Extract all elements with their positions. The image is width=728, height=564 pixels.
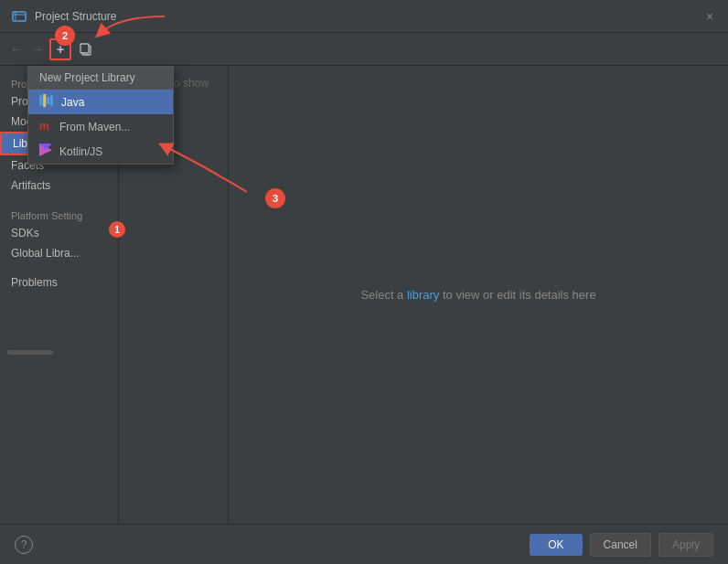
content-area: Nothing to show Select a library to view…	[119, 66, 728, 524]
bottom-right: OK Cancel Apply	[530, 533, 713, 557]
dropdown-item-kotlin-label: Kotlin/JS	[59, 145, 102, 158]
nav-back-button[interactable]: ←	[7, 42, 25, 56]
title-bar: Project Structure ×	[0, 0, 728, 33]
app-icon	[11, 8, 27, 25]
annotation-2: 2	[55, 26, 75, 46]
cancel-button[interactable]: Cancel	[590, 533, 651, 557]
dropdown-item-java-label: Java	[61, 96, 84, 109]
dropdown-menu: New Project Library Java m	[27, 66, 174, 165]
toolbar: ← → + 2 New Project Library	[0, 33, 728, 66]
maven-icon: m	[39, 119, 52, 134]
svg-rect-6	[43, 94, 46, 107]
svg-rect-8	[50, 96, 53, 106]
dropdown-item-maven-label: From Maven...	[59, 121, 130, 133]
svg-rect-4	[80, 44, 89, 53]
annotation-1: 1	[109, 221, 125, 238]
help-button[interactable]: ?	[15, 536, 33, 554]
detail-placeholder-text: Select a library to view or edit its det…	[360, 288, 595, 302]
dropdown-item-maven[interactable]: m From Maven...	[28, 114, 173, 139]
detail-panel: Select a library to view or edit its det…	[229, 66, 728, 524]
sidebar-item-global-libs[interactable]: Global Libra...	[0, 243, 118, 263]
annotation-3: 3	[265, 188, 285, 208]
kotlin-icon	[39, 144, 52, 159]
java-icon	[39, 94, 54, 110]
svg-text:m: m	[39, 120, 49, 132]
svg-rect-7	[47, 97, 49, 104]
close-button[interactable]: ×	[701, 7, 719, 26]
sidebar-item-artifacts[interactable]: Artifacts	[0, 176, 118, 196]
copy-button[interactable]	[75, 38, 97, 60]
sidebar-divider	[0, 196, 118, 205]
dropdown-header: New Project Library	[28, 67, 173, 90]
platform-settings-label: Platform Setting	[0, 205, 118, 223]
svg-rect-5	[39, 96, 42, 106]
svg-rect-0	[13, 12, 26, 21]
bottom-left: ?	[15, 536, 33, 554]
ok-button[interactable]: OK	[530, 534, 582, 556]
dropdown-item-kotlin[interactable]: Kotlin/JS	[28, 139, 173, 164]
sidebar-item-sdks[interactable]: SDKs 1	[0, 223, 118, 243]
scrollbar-thumb[interactable]	[7, 350, 53, 355]
window-title: Project Structure	[35, 10, 717, 23]
dropdown-item-java[interactable]: Java	[28, 90, 173, 114]
bottom-bar: ? OK Cancel Apply	[0, 524, 728, 564]
library-link[interactable]: library	[407, 288, 439, 302]
main-container: ← → + 2 New Project Library	[0, 33, 728, 564]
sidebar-item-problems[interactable]: Problems	[0, 272, 118, 293]
nav-forward-button[interactable]: →	[28, 42, 46, 56]
apply-button[interactable]: Apply	[658, 533, 713, 557]
